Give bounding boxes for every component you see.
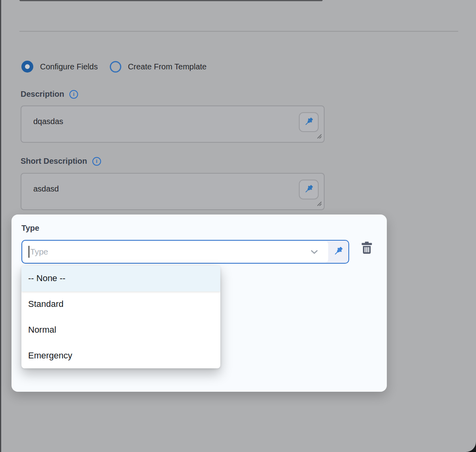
create-from-template-option[interactable]: Create From Template — [110, 61, 207, 73]
pin-button[interactable] — [299, 180, 319, 199]
short-description-label: Short Description — [21, 157, 87, 166]
description-label-row: Description i — [21, 90, 78, 99]
pushpin-icon — [304, 117, 314, 128]
configure-fields-option[interactable]: Configure Fields — [21, 61, 98, 73]
type-input[interactable]: Type — [23, 241, 328, 262]
pushpin-icon — [304, 184, 314, 195]
text-caret — [29, 246, 29, 258]
field-mode-radio-group: Configure Fields Create From Template — [21, 61, 206, 73]
cropped-field-bottom-edge — [19, 0, 323, 1]
pin-button[interactable] — [299, 112, 319, 132]
info-icon[interactable]: i — [92, 157, 101, 166]
type-dropdown-list: -- None -- Standard Normal Emergency — [21, 266, 220, 368]
info-icon[interactable]: i — [69, 90, 78, 99]
chevron-down-icon[interactable] — [309, 241, 319, 262]
section-divider — [19, 31, 458, 32]
create-from-template-label: Create From Template — [128, 62, 207, 71]
resize-handle-icon[interactable] — [315, 200, 323, 209]
dropdown-option-normal[interactable]: Normal — [21, 317, 220, 343]
pin-button[interactable] — [328, 241, 348, 263]
type-field-card: Type Type — [11, 215, 387, 392]
dropdown-option-none[interactable]: -- None -- — [21, 266, 220, 291]
pushpin-icon — [333, 246, 344, 258]
short-description-label-row: Short Description i — [21, 157, 101, 166]
description-textarea[interactable]: dqasdas — [21, 105, 325, 143]
screen: Configure Fields Create From Template De… — [0, 0, 476, 452]
resize-handle-icon[interactable] — [315, 132, 323, 141]
trash-icon — [359, 241, 374, 257]
radio-unselected-icon[interactable] — [110, 61, 121, 73]
type-input-placeholder: Type — [30, 247, 48, 257]
type-label: Type — [21, 224, 39, 233]
dropdown-option-emergency[interactable]: Emergency — [21, 343, 220, 368]
configure-fields-label: Configure Fields — [40, 62, 98, 71]
short-description-value: asdasd — [33, 184, 59, 193]
dropdown-option-standard[interactable]: Standard — [21, 291, 220, 317]
description-value: dqasdas — [33, 117, 63, 126]
short-description-textarea[interactable]: asdasd — [21, 173, 325, 210]
delete-field-button[interactable] — [359, 241, 375, 257]
description-label: Description — [21, 90, 64, 99]
dimmed-page-panel: Configure Fields Create From Template De… — [1, 0, 476, 452]
radio-selected-icon[interactable] — [21, 61, 33, 73]
type-combobox[interactable]: Type — [21, 240, 349, 264]
